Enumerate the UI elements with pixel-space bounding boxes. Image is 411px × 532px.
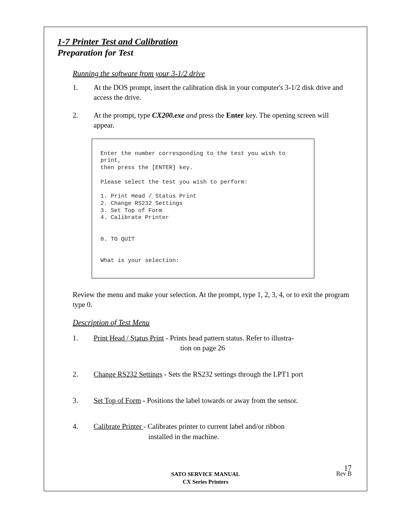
footer-rev: Rev B: [336, 470, 352, 477]
desc-item-1: 1. Print Head / Status Print - Prints he…: [73, 333, 350, 353]
run-step-1: 1. At the DOS prompt, insert the calibra…: [73, 83, 350, 102]
dos-screen: Enter the number corresponding to the te…: [92, 139, 314, 278]
desc-item-2: 2. Change RS232 Settings - Sets the RS23…: [73, 369, 350, 380]
desc-label: Change RS232 Settings: [94, 370, 162, 378]
step-number: 2.: [73, 110, 94, 130]
desc-body: - Calibrates printer to current label an…: [143, 422, 285, 430]
step-text: At the DOS prompt, insert the calibratio…: [94, 83, 350, 102]
review-text: Review the menu and make your selection.…: [73, 290, 350, 310]
page-footer: SATO SERVICE MANUAL CX Series Printers R…: [44, 471, 367, 486]
footer-title: SATO SERVICE MANUAL: [44, 471, 367, 478]
desc-number: 1.: [73, 333, 94, 353]
desc-body-cont: installed in the machine.: [94, 432, 350, 442]
desc-body: - Sets the RS232 settings through the LP…: [162, 370, 303, 378]
desc-text: Calibrate Printer - Calibrates printer t…: [94, 422, 350, 442]
desc-label: Set Top of Form: [94, 396, 141, 404]
section-heading: 1-7 Printer Test and Calibration: [57, 37, 354, 47]
step-text: At the prompt, type CX200.exe and press …: [94, 110, 350, 130]
run-step-2: 2. At the prompt, type CX200.exe and pre…: [73, 110, 350, 130]
desc-text: Set Top of Form - Positions the label to…: [94, 396, 350, 406]
desc-number: 3.: [73, 396, 94, 406]
desc-label: Calibrate Printer: [94, 422, 143, 430]
desc-body: - Prints head pattern status. Refer to i…: [164, 334, 294, 342]
run-section-title: Running the software from your 3-1/2 dri…: [73, 69, 350, 78]
desc-item-4: 4. Calibrate Printer - Calibrates printe…: [73, 422, 350, 442]
footer-subtitle: CX Series Printers: [44, 478, 367, 486]
desc-label: Print Head / Status Print: [94, 334, 164, 342]
footer-center: SATO SERVICE MANUAL CX Series Printers: [44, 471, 367, 486]
step-prefix: At the prompt, type: [94, 111, 152, 119]
desc-section-title: Description of Test Menu: [73, 318, 350, 327]
content-area: Running the software from your 3-1/2 dri…: [57, 69, 354, 442]
enter-key: Enter: [226, 111, 244, 119]
desc-item-3: 3. Set Top of Form - Positions the label…: [73, 396, 350, 406]
desc-text: Change RS232 Settings - Sets the RS232 s…: [94, 369, 350, 380]
desc-number: 4.: [73, 422, 94, 442]
desc-body: - Positions the label towards or away fr…: [141, 396, 298, 404]
desc-body-cont: tion on page 26: [94, 343, 350, 353]
desc-number: 2.: [73, 369, 94, 380]
command-name: CX200.exe: [152, 111, 185, 119]
page-frame: 1-7 Printer Test and Calibration Prepara…: [44, 27, 367, 491]
step-number: 1.: [73, 83, 94, 102]
section-subheading: Preparation for Test: [57, 48, 354, 58]
step-mid: and: [185, 111, 199, 119]
step-mid2: press the: [199, 111, 226, 119]
desc-text: Print Head / Status Print - Prints head …: [94, 333, 350, 353]
